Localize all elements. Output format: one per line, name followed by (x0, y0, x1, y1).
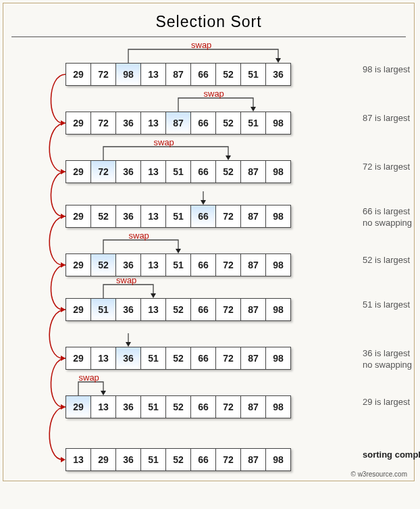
array-cell: 29 (65, 205, 91, 228)
array-row: 29523613516672879852 is largest (65, 253, 410, 276)
array-cell: 98 (265, 298, 291, 321)
array-cell: 52 (165, 298, 191, 321)
array-row: 29723613516652879872 is largest (65, 160, 410, 183)
array-cell: 87 (240, 347, 266, 370)
array-cell: 98 (265, 448, 291, 471)
diagram-container: Selection Sort 29729813876652513698 is l… (3, 3, 415, 481)
array-cell: 72 (90, 112, 116, 135)
array-cell: 72 (90, 160, 116, 183)
array-cell: 98 (265, 253, 291, 276)
array-cell: 52 (215, 160, 241, 183)
array-cell: 52 (215, 63, 241, 86)
array-cell: 72 (215, 395, 241, 418)
swap-label: swap (116, 275, 136, 285)
array-cell: 72 (215, 347, 241, 370)
array-cell: 87 (165, 112, 191, 135)
array-cell: 72 (215, 298, 241, 321)
array-row: 29723613876652519887 is largest (65, 112, 410, 135)
swap-label: swap (191, 40, 211, 50)
array-cell: 36 (265, 63, 291, 86)
row-note: 51 is largest (363, 299, 420, 311)
array-cell: 87 (240, 205, 266, 228)
array-cell: 51 (140, 448, 166, 471)
array-cell: 51 (165, 205, 191, 228)
array-cell: 29 (65, 160, 91, 183)
row-note: sorting completed (363, 450, 420, 461)
swap-label: swap (154, 137, 174, 147)
array-cell: 66 (190, 298, 216, 321)
swap-arrow (65, 237, 297, 255)
array-cell: 52 (90, 205, 116, 228)
array-cells: 297236135166528798 (65, 160, 291, 183)
swap-arrow (65, 47, 297, 64)
array-row: 29133651526672879836 is largest no swapp… (65, 347, 410, 370)
array-cells: 297236138766525198 (65, 112, 291, 135)
array-cells: 291336515266728798 (65, 395, 291, 418)
array-cell: 13 (90, 347, 116, 370)
array-cell: 52 (165, 448, 191, 471)
array-row: 29523613516672879866 is largest no swapp… (65, 205, 410, 228)
array-row: 132936515266728798sorting completed (65, 448, 410, 471)
swap-label: swap (79, 372, 99, 383)
swap-arrow (65, 331, 297, 348)
array-cell: 36 (115, 160, 141, 183)
row-note: 72 is largest (363, 162, 420, 173)
array-cell: 29 (65, 298, 91, 321)
array-cell: 51 (240, 112, 266, 135)
array-cell: 98 (265, 395, 291, 418)
array-row: 29133651526672879829 is largest (65, 395, 410, 418)
array-cell: 36 (115, 253, 141, 276)
array-cell: 52 (90, 253, 116, 276)
swap-arrow (65, 379, 297, 397)
array-cells: 297298138766525136 (65, 63, 291, 86)
row-note: 87 is largest (363, 113, 420, 124)
array-cell: 13 (140, 205, 166, 228)
array-cell: 36 (115, 448, 141, 471)
swap-label: swap (129, 231, 149, 241)
array-cell: 13 (90, 395, 116, 418)
array-cell: 13 (140, 112, 166, 135)
array-cell: 36 (115, 298, 141, 321)
array-cell: 52 (215, 112, 241, 135)
row-note: 29 is largest (363, 397, 420, 408)
array-cell: 66 (190, 205, 216, 228)
row-note: 36 is largest no swapping (363, 348, 420, 371)
array-cells: 295236135166728798 (65, 205, 291, 228)
array-cell: 72 (90, 63, 116, 86)
array-cell: 98 (265, 112, 291, 135)
array-cell: 51 (140, 395, 166, 418)
array-cell: 36 (115, 395, 141, 418)
array-cell: 13 (140, 63, 166, 86)
array-cell: 87 (240, 160, 266, 183)
array-cell: 29 (90, 448, 116, 471)
array-cell: 29 (65, 395, 91, 418)
array-cell: 29 (65, 112, 91, 135)
array-cell: 29 (65, 253, 91, 276)
array-cell: 36 (115, 112, 141, 135)
row-note: 66 is largest no swapping (363, 206, 420, 229)
array-cell: 98 (115, 63, 141, 86)
array-row: 29513613526672879851 is largest (65, 298, 410, 321)
array-cell: 87 (240, 253, 266, 276)
array-cell: 72 (215, 448, 241, 471)
array-cell: 87 (240, 448, 266, 471)
array-cell: 87 (240, 395, 266, 418)
diagram-title: Selection Sort (11, 13, 406, 31)
array-cell: 72 (215, 253, 241, 276)
array-cell: 66 (190, 448, 216, 471)
array-cell: 51 (165, 253, 191, 276)
array-cell: 52 (165, 395, 191, 418)
array-cell: 87 (165, 63, 191, 86)
array-cell: 66 (190, 63, 216, 86)
array-cell: 51 (240, 63, 266, 86)
array-cell: 36 (115, 347, 141, 370)
array-cell: 98 (265, 160, 291, 183)
array-cell: 13 (140, 298, 166, 321)
array-cell: 29 (65, 63, 91, 86)
swap-arrow (65, 282, 297, 299)
swap-arrow (65, 189, 297, 206)
array-cell: 66 (190, 160, 216, 183)
array-cells: 291336515266728798 (65, 347, 291, 370)
array-cell: 87 (240, 298, 266, 321)
array-cell: 66 (190, 112, 216, 135)
